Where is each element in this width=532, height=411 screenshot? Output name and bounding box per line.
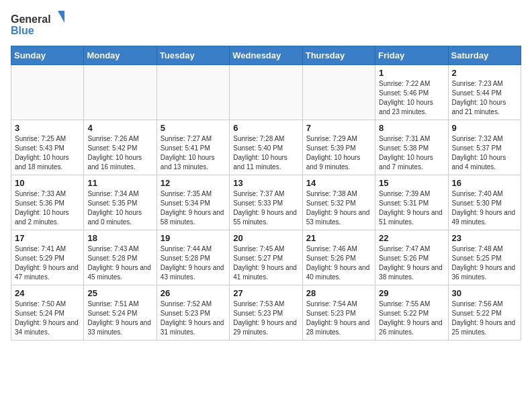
day-number: 13 — [233, 178, 298, 188]
day-number: 25 — [87, 288, 152, 298]
calendar-cell: 2Sunrise: 7:23 AM Sunset: 5:44 PM Daylig… — [448, 65, 521, 120]
calendar-cell — [157, 65, 229, 120]
calendar-week-row: 17Sunrise: 7:41 AM Sunset: 5:29 PM Dayli… — [11, 230, 521, 285]
svg-text:Blue: Blue — [11, 25, 34, 36]
day-info: Sunrise: 7:52 AM Sunset: 5:23 PM Dayligh… — [161, 300, 226, 337]
day-info: Sunrise: 7:44 AM Sunset: 5:28 PM Dayligh… — [161, 244, 226, 282]
day-number: 19 — [161, 233, 226, 243]
calendar-cell: 6Sunrise: 7:28 AM Sunset: 5:40 PM Daylig… — [230, 120, 302, 175]
day-number: 30 — [452, 288, 517, 298]
calendar-cell: 11Sunrise: 7:34 AM Sunset: 5:35 PM Dayli… — [84, 175, 157, 230]
day-info: Sunrise: 7:33 AM Sunset: 5:36 PM Dayligh… — [15, 189, 80, 227]
calendar-cell: 7Sunrise: 7:29 AM Sunset: 5:39 PM Daylig… — [302, 120, 375, 175]
day-number: 1 — [379, 68, 444, 78]
day-info: Sunrise: 7:22 AM Sunset: 5:46 PM Dayligh… — [379, 79, 444, 117]
day-info: Sunrise: 7:32 AM Sunset: 5:37 PM Dayligh… — [452, 134, 517, 172]
day-number: 7 — [306, 123, 371, 133]
day-number: 21 — [306, 233, 371, 243]
calendar-week-row: 3Sunrise: 7:25 AM Sunset: 5:43 PM Daylig… — [11, 120, 521, 175]
calendar-cell: 30Sunrise: 7:56 AM Sunset: 5:22 PM Dayli… — [448, 285, 521, 340]
calendar-cell: 29Sunrise: 7:55 AM Sunset: 5:22 PM Dayli… — [375, 285, 448, 340]
calendar-cell: 25Sunrise: 7:51 AM Sunset: 5:24 PM Dayli… — [84, 285, 157, 340]
calendar-cell: 20Sunrise: 7:45 AM Sunset: 5:27 PM Dayli… — [230, 230, 302, 285]
svg-marker-2 — [58, 11, 64, 23]
calendar-week-row: 24Sunrise: 7:50 AM Sunset: 5:24 PM Dayli… — [11, 285, 521, 340]
day-number: 3 — [15, 123, 80, 133]
day-number: 11 — [87, 178, 152, 188]
calendar-cell: 19Sunrise: 7:44 AM Sunset: 5:28 PM Dayli… — [157, 230, 229, 285]
day-info: Sunrise: 7:40 AM Sunset: 5:30 PM Dayligh… — [452, 189, 517, 227]
day-number: 10 — [15, 178, 80, 188]
svg-text:General: General — [11, 13, 51, 25]
day-info: Sunrise: 7:23 AM Sunset: 5:44 PM Dayligh… — [452, 79, 517, 117]
day-number: 23 — [452, 233, 517, 243]
day-number: 29 — [379, 288, 444, 298]
calendar-cell: 9Sunrise: 7:32 AM Sunset: 5:37 PM Daylig… — [448, 120, 521, 175]
day-info: Sunrise: 7:46 AM Sunset: 5:26 PM Dayligh… — [306, 244, 371, 282]
calendar-cell: 17Sunrise: 7:41 AM Sunset: 5:29 PM Dayli… — [11, 230, 84, 285]
calendar-cell — [230, 65, 302, 120]
calendar-cell: 15Sunrise: 7:39 AM Sunset: 5:31 PM Dayli… — [375, 175, 448, 230]
col-header-wednesday: Wednesday — [230, 46, 302, 65]
day-number: 4 — [87, 123, 152, 133]
calendar-cell: 22Sunrise: 7:47 AM Sunset: 5:26 PM Dayli… — [375, 230, 448, 285]
calendar-cell: 28Sunrise: 7:54 AM Sunset: 5:23 PM Dayli… — [302, 285, 375, 340]
day-info: Sunrise: 7:45 AM Sunset: 5:27 PM Dayligh… — [233, 244, 298, 282]
day-info: Sunrise: 7:26 AM Sunset: 5:42 PM Dayligh… — [87, 134, 152, 172]
col-header-tuesday: Tuesday — [157, 46, 229, 65]
day-number: 20 — [233, 233, 298, 243]
calendar-cell: 18Sunrise: 7:43 AM Sunset: 5:28 PM Dayli… — [84, 230, 157, 285]
logo: GeneralBlue — [11, 11, 64, 38]
day-info: Sunrise: 7:43 AM Sunset: 5:28 PM Dayligh… — [87, 244, 152, 282]
day-number: 9 — [452, 123, 517, 133]
day-info: Sunrise: 7:34 AM Sunset: 5:35 PM Dayligh… — [87, 189, 152, 227]
day-info: Sunrise: 7:25 AM Sunset: 5:43 PM Dayligh… — [15, 134, 80, 172]
day-number: 12 — [161, 178, 226, 188]
calendar-cell: 3Sunrise: 7:25 AM Sunset: 5:43 PM Daylig… — [11, 120, 84, 175]
col-header-friday: Friday — [375, 46, 448, 65]
day-number: 24 — [15, 288, 80, 298]
day-number: 8 — [379, 123, 444, 133]
day-info: Sunrise: 7:27 AM Sunset: 5:41 PM Dayligh… — [161, 134, 226, 172]
calendar-cell: 12Sunrise: 7:35 AM Sunset: 5:34 PM Dayli… — [157, 175, 229, 230]
calendar-cell: 5Sunrise: 7:27 AM Sunset: 5:41 PM Daylig… — [157, 120, 229, 175]
calendar-cell: 8Sunrise: 7:31 AM Sunset: 5:38 PM Daylig… — [375, 120, 448, 175]
calendar-cell: 10Sunrise: 7:33 AM Sunset: 5:36 PM Dayli… — [11, 175, 84, 230]
col-header-sunday: Sunday — [11, 46, 84, 65]
calendar-cell — [84, 65, 157, 120]
calendar-cell: 21Sunrise: 7:46 AM Sunset: 5:26 PM Dayli… — [302, 230, 375, 285]
calendar-header-row: SundayMondayTuesdayWednesdayThursdayFrid… — [11, 46, 521, 65]
day-number: 28 — [306, 288, 371, 298]
day-info: Sunrise: 7:51 AM Sunset: 5:24 PM Dayligh… — [87, 300, 152, 337]
day-number: 16 — [452, 178, 517, 188]
calendar-cell: 23Sunrise: 7:48 AM Sunset: 5:25 PM Dayli… — [448, 230, 521, 285]
day-number: 26 — [161, 288, 226, 298]
day-info: Sunrise: 7:55 AM Sunset: 5:22 PM Dayligh… — [379, 300, 444, 337]
day-info: Sunrise: 7:39 AM Sunset: 5:31 PM Dayligh… — [379, 189, 444, 227]
calendar-cell: 27Sunrise: 7:53 AM Sunset: 5:23 PM Dayli… — [230, 285, 302, 340]
day-number: 6 — [233, 123, 298, 133]
calendar-cell: 24Sunrise: 7:50 AM Sunset: 5:24 PM Dayli… — [11, 285, 84, 340]
calendar-cell: 13Sunrise: 7:37 AM Sunset: 5:33 PM Dayli… — [230, 175, 302, 230]
day-info: Sunrise: 7:38 AM Sunset: 5:32 PM Dayligh… — [306, 189, 371, 227]
day-info: Sunrise: 7:47 AM Sunset: 5:26 PM Dayligh… — [379, 244, 444, 282]
day-info: Sunrise: 7:53 AM Sunset: 5:23 PM Dayligh… — [233, 300, 298, 337]
day-info: Sunrise: 7:37 AM Sunset: 5:33 PM Dayligh… — [233, 189, 298, 227]
calendar-cell — [302, 65, 375, 120]
day-number: 5 — [161, 123, 226, 133]
day-info: Sunrise: 7:35 AM Sunset: 5:34 PM Dayligh… — [161, 189, 226, 227]
day-info: Sunrise: 7:48 AM Sunset: 5:25 PM Dayligh… — [452, 244, 517, 282]
calendar-cell: 26Sunrise: 7:52 AM Sunset: 5:23 PM Dayli… — [157, 285, 229, 340]
calendar-cell: 4Sunrise: 7:26 AM Sunset: 5:42 PM Daylig… — [84, 120, 157, 175]
day-info: Sunrise: 7:28 AM Sunset: 5:40 PM Dayligh… — [233, 134, 298, 172]
calendar-cell: 1Sunrise: 7:22 AM Sunset: 5:46 PM Daylig… — [375, 65, 448, 120]
day-number: 14 — [306, 178, 371, 188]
day-number: 17 — [15, 233, 80, 243]
day-info: Sunrise: 7:50 AM Sunset: 5:24 PM Dayligh… — [15, 300, 80, 337]
day-number: 2 — [452, 68, 517, 78]
calendar-week-row: 1Sunrise: 7:22 AM Sunset: 5:46 PM Daylig… — [11, 65, 521, 120]
calendar-table: SundayMondayTuesdayWednesdayThursdayFrid… — [11, 46, 521, 340]
day-number: 15 — [379, 178, 444, 188]
day-info: Sunrise: 7:31 AM Sunset: 5:38 PM Dayligh… — [379, 134, 444, 172]
day-number: 27 — [233, 288, 298, 298]
